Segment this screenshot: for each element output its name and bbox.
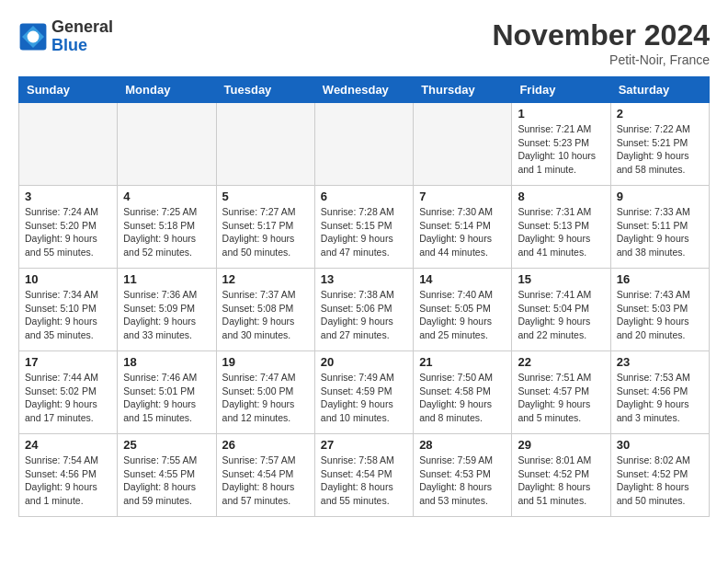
day-number: 29 xyxy=(518,438,604,452)
day-info: Sunrise: 7:31 AMSunset: 5:13 PMDaylight:… xyxy=(518,205,604,259)
calendar-cell: 1Sunrise: 7:21 AMSunset: 5:23 PMDaylight… xyxy=(512,103,610,186)
calendar-cell: 21Sunrise: 7:50 AMSunset: 4:58 PMDayligh… xyxy=(414,351,512,434)
calendar-cell: 4Sunrise: 7:25 AMSunset: 5:18 PMDaylight… xyxy=(118,186,216,269)
day-number: 24 xyxy=(25,438,111,452)
day-number: 20 xyxy=(321,355,407,369)
day-info: Sunrise: 7:37 AMSunset: 5:08 PMDaylight:… xyxy=(222,288,309,342)
calendar-cell: 20Sunrise: 7:49 AMSunset: 4:59 PMDayligh… xyxy=(314,351,413,434)
day-info: Sunrise: 7:53 AMSunset: 4:56 PMDaylight:… xyxy=(617,371,703,425)
calendar-cell xyxy=(19,103,118,186)
day-info: Sunrise: 7:28 AMSunset: 5:15 PMDaylight:… xyxy=(321,205,407,259)
day-info: Sunrise: 7:21 AMSunset: 5:23 PMDaylight:… xyxy=(518,122,604,177)
day-info: Sunrise: 7:30 AMSunset: 5:14 PMDaylight:… xyxy=(419,205,506,259)
calendar-cell: 6Sunrise: 7:28 AMSunset: 5:15 PMDaylight… xyxy=(314,186,413,269)
calendar-cell xyxy=(314,103,413,186)
calendar-cell: 2Sunrise: 7:22 AMSunset: 5:21 PMDaylight… xyxy=(610,103,709,186)
day-number: 8 xyxy=(518,190,604,203)
day-info: Sunrise: 7:58 AMSunset: 4:54 PMDaylight:… xyxy=(321,454,407,508)
day-number: 11 xyxy=(123,272,210,286)
day-number: 13 xyxy=(321,272,407,286)
calendar-cell: 28Sunrise: 7:59 AMSunset: 4:53 PMDayligh… xyxy=(414,434,512,517)
day-info: Sunrise: 7:47 AMSunset: 5:00 PMDaylight:… xyxy=(222,371,309,425)
calendar-cell xyxy=(118,103,216,186)
day-info: Sunrise: 7:25 AMSunset: 5:18 PMDaylight:… xyxy=(123,205,210,259)
calendar-cell: 11Sunrise: 7:36 AMSunset: 5:09 PMDayligh… xyxy=(118,269,216,351)
calendar-cell: 26Sunrise: 7:57 AMSunset: 4:54 PMDayligh… xyxy=(216,434,314,517)
day-info: Sunrise: 7:33 AMSunset: 5:11 PMDaylight:… xyxy=(617,205,703,259)
calendar-week-row: 10Sunrise: 7:34 AMSunset: 5:10 PMDayligh… xyxy=(19,269,710,351)
day-number: 1 xyxy=(518,107,604,121)
day-info: Sunrise: 7:40 AMSunset: 5:05 PMDaylight:… xyxy=(419,288,506,342)
weekday-header: Sunday xyxy=(19,77,118,103)
logo-text: General Blue xyxy=(51,18,113,55)
weekday-header-row: SundayMondayTuesdayWednesdayThursdayFrid… xyxy=(19,77,710,103)
day-number: 26 xyxy=(222,438,309,452)
calendar-cell: 12Sunrise: 7:37 AMSunset: 5:08 PMDayligh… xyxy=(216,269,314,351)
day-number: 2 xyxy=(617,107,703,121)
weekday-header: Thursday xyxy=(414,77,512,103)
day-number: 23 xyxy=(617,355,703,369)
calendar-week-row: 24Sunrise: 7:54 AMSunset: 4:56 PMDayligh… xyxy=(19,434,710,517)
day-info: Sunrise: 8:01 AMSunset: 4:52 PMDaylight:… xyxy=(518,454,604,508)
calendar-week-row: 17Sunrise: 7:44 AMSunset: 5:02 PMDayligh… xyxy=(19,351,710,434)
calendar-cell: 8Sunrise: 7:31 AMSunset: 5:13 PMDaylight… xyxy=(512,186,610,269)
day-info: Sunrise: 7:36 AMSunset: 5:09 PMDaylight:… xyxy=(123,288,210,342)
location: Petit-Noir, France xyxy=(492,52,710,67)
calendar-cell: 16Sunrise: 7:43 AMSunset: 5:03 PMDayligh… xyxy=(610,269,709,351)
day-number: 19 xyxy=(222,355,309,369)
weekday-header: Tuesday xyxy=(216,77,314,103)
day-info: Sunrise: 7:44 AMSunset: 5:02 PMDaylight:… xyxy=(25,371,111,425)
day-info: Sunrise: 7:49 AMSunset: 4:59 PMDaylight:… xyxy=(321,371,407,425)
calendar-cell: 27Sunrise: 7:58 AMSunset: 4:54 PMDayligh… xyxy=(314,434,413,517)
day-number: 17 xyxy=(25,355,111,369)
weekday-header: Monday xyxy=(118,77,216,103)
calendar-cell: 5Sunrise: 7:27 AMSunset: 5:17 PMDaylight… xyxy=(216,186,314,269)
day-number: 9 xyxy=(617,190,703,203)
day-number: 7 xyxy=(419,190,506,203)
calendar-cell: 13Sunrise: 7:38 AMSunset: 5:06 PMDayligh… xyxy=(314,269,413,351)
day-number: 5 xyxy=(222,190,309,203)
calendar-cell: 29Sunrise: 8:01 AMSunset: 4:52 PMDayligh… xyxy=(512,434,610,517)
calendar-cell: 7Sunrise: 7:30 AMSunset: 5:14 PMDaylight… xyxy=(414,186,512,269)
calendar-cell: 18Sunrise: 7:46 AMSunset: 5:01 PMDayligh… xyxy=(118,351,216,434)
day-info: Sunrise: 7:27 AMSunset: 5:17 PMDaylight:… xyxy=(222,205,309,259)
calendar-cell: 19Sunrise: 7:47 AMSunset: 5:00 PMDayligh… xyxy=(216,351,314,434)
day-info: Sunrise: 7:54 AMSunset: 4:56 PMDaylight:… xyxy=(25,454,111,508)
calendar-cell: 24Sunrise: 7:54 AMSunset: 4:56 PMDayligh… xyxy=(19,434,118,517)
day-info: Sunrise: 7:50 AMSunset: 4:58 PMDaylight:… xyxy=(419,371,506,425)
month-title: November 2024 xyxy=(492,18,710,52)
calendar-cell xyxy=(414,103,512,186)
day-number: 25 xyxy=(123,438,210,452)
day-info: Sunrise: 7:46 AMSunset: 5:01 PMDaylight:… xyxy=(123,371,210,425)
day-number: 14 xyxy=(419,272,506,286)
svg-point-2 xyxy=(28,30,40,42)
day-info: Sunrise: 7:51 AMSunset: 4:57 PMDaylight:… xyxy=(518,371,604,425)
day-info: Sunrise: 8:02 AMSunset: 4:52 PMDaylight:… xyxy=(617,454,703,508)
calendar-cell: 30Sunrise: 8:02 AMSunset: 4:52 PMDayligh… xyxy=(610,434,709,517)
day-info: Sunrise: 7:55 AMSunset: 4:55 PMDaylight:… xyxy=(123,454,210,508)
day-number: 30 xyxy=(617,438,703,452)
day-info: Sunrise: 7:41 AMSunset: 5:04 PMDaylight:… xyxy=(518,288,604,342)
calendar-table: SundayMondayTuesdayWednesdayThursdayFrid… xyxy=(18,76,710,517)
day-info: Sunrise: 7:57 AMSunset: 4:54 PMDaylight:… xyxy=(222,454,309,508)
day-info: Sunrise: 7:38 AMSunset: 5:06 PMDaylight:… xyxy=(321,288,407,342)
title-block: November 2024 Petit-Noir, France xyxy=(492,18,710,67)
day-info: Sunrise: 7:43 AMSunset: 5:03 PMDaylight:… xyxy=(617,288,703,342)
day-info: Sunrise: 7:22 AMSunset: 5:21 PMDaylight:… xyxy=(617,122,703,177)
calendar-cell: 17Sunrise: 7:44 AMSunset: 5:02 PMDayligh… xyxy=(19,351,118,434)
day-number: 15 xyxy=(518,272,604,286)
day-number: 6 xyxy=(321,190,407,203)
day-number: 18 xyxy=(123,355,210,369)
day-number: 12 xyxy=(222,272,309,286)
calendar-week-row: 3Sunrise: 7:24 AMSunset: 5:20 PMDaylight… xyxy=(19,186,710,269)
day-number: 16 xyxy=(617,272,703,286)
day-info: Sunrise: 7:59 AMSunset: 4:53 PMDaylight:… xyxy=(419,454,506,508)
weekday-header: Friday xyxy=(512,77,610,103)
calendar-cell: 14Sunrise: 7:40 AMSunset: 5:05 PMDayligh… xyxy=(414,269,512,351)
logo: General Blue xyxy=(18,18,113,55)
weekday-header: Wednesday xyxy=(314,77,413,103)
calendar-cell: 23Sunrise: 7:53 AMSunset: 4:56 PMDayligh… xyxy=(610,351,709,434)
calendar-cell: 9Sunrise: 7:33 AMSunset: 5:11 PMDaylight… xyxy=(610,186,709,269)
calendar-cell: 3Sunrise: 7:24 AMSunset: 5:20 PMDaylight… xyxy=(19,186,118,269)
calendar-cell xyxy=(216,103,314,186)
